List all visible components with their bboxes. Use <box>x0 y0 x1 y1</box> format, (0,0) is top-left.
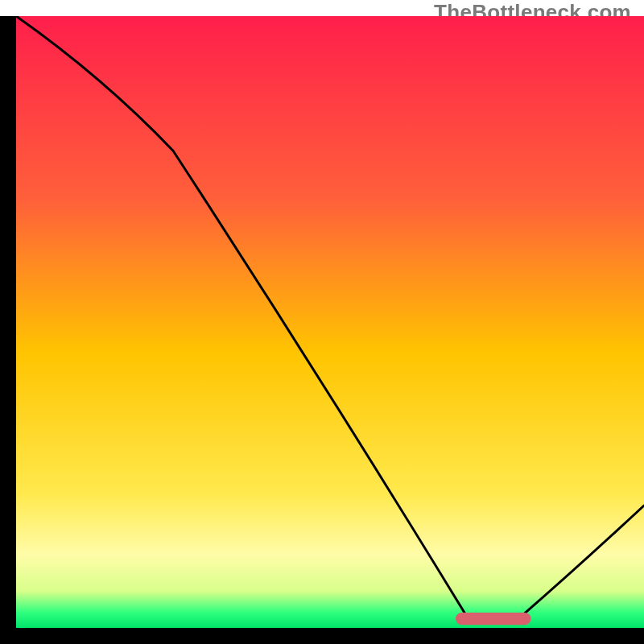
chart-stage <box>0 16 644 644</box>
optimal-range-marker <box>456 613 531 625</box>
bottleneck-chart <box>0 16 644 644</box>
gradient-background <box>16 16 644 628</box>
chart-frame: TheBottleneck.com <box>0 0 644 644</box>
axis-left <box>0 16 16 644</box>
axis-bottom <box>0 628 644 644</box>
